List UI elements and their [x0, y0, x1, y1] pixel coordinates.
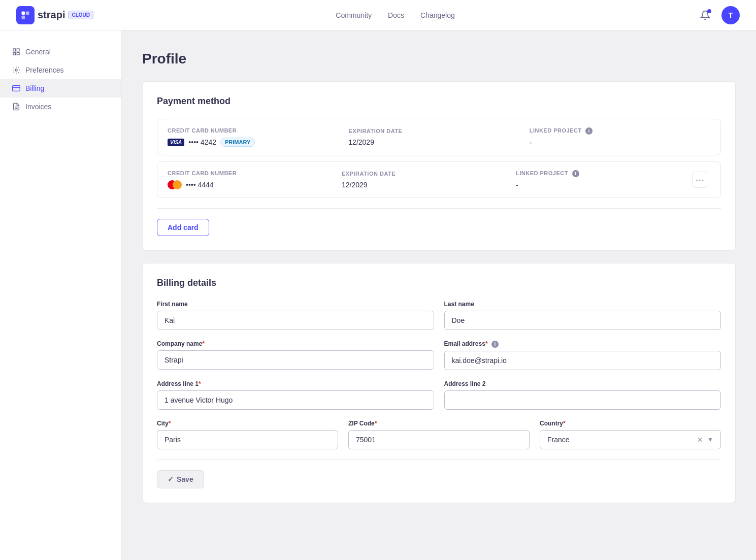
linked-project-info-icon: i: [585, 127, 593, 135]
svg-rect-0: [22, 11, 25, 15]
card2-project-label: LINKED PROJECT i: [516, 170, 690, 177]
first-name-group: First name: [157, 301, 434, 330]
email-group: Email address* i: [444, 340, 721, 370]
logo-icon: [16, 6, 35, 24]
card1-number-value: VISA •••• 4242 PRIMARY: [168, 138, 348, 147]
logo-text: strapi: [38, 9, 65, 21]
zip-input[interactable]: [348, 430, 530, 449]
sidebar-item-billing-label: Billing: [25, 84, 44, 92]
city-label: City*: [157, 420, 338, 427]
card2-number-col: CREDIT CARD NUMBER •••• 4444: [168, 170, 342, 189]
email-label: Email address* i: [444, 340, 721, 348]
city-input[interactable]: [157, 430, 338, 449]
payment-card-row-1: CREDIT CARD NUMBER VISA •••• 4242 PRIMAR…: [157, 119, 721, 155]
address2-group: Address line 2: [444, 380, 721, 410]
main-content: Profile Payment method CREDIT CARD NUMBE…: [122, 30, 756, 560]
payment-method-card: Payment method CREDIT CARD NUMBER VISA •…: [142, 81, 736, 251]
country-group: Country* France ✕ ▼: [540, 420, 721, 449]
country-value: France: [547, 436, 570, 444]
sidebar-item-invoices[interactable]: Invoices: [0, 97, 121, 116]
card1-project-col: LINKED PROJECT i -: [530, 127, 710, 147]
address-bottom-row: City* ZIP Code* Country*: [157, 420, 721, 449]
card1-expiry-value: 12/2029: [348, 138, 529, 146]
country-select[interactable]: France ✕ ▼: [540, 430, 721, 449]
cloud-badge: CLOUD: [68, 11, 93, 19]
nav-docs[interactable]: Docs: [388, 11, 404, 19]
card2-project-col: LINKED PROJECT i -: [516, 170, 690, 189]
notification-dot: [707, 9, 711, 13]
address2-label: Address line 2: [444, 380, 721, 387]
card1-project-label: LINKED PROJECT i: [530, 127, 710, 135]
grid-icon: [12, 48, 20, 56]
address2-input[interactable]: [444, 390, 721, 410]
card1-expiry-label: EXPIRATION DATE: [348, 128, 529, 134]
sidebar-item-billing[interactable]: Billing: [0, 79, 121, 97]
address1-label: Address line 1*: [157, 380, 434, 387]
svg-rect-1: [26, 11, 29, 15]
card2-expiry-label: EXPIRATION DATE: [342, 171, 516, 177]
city-group: City*: [157, 420, 338, 449]
chevron-down-icon: ▼: [707, 436, 713, 443]
country-label: Country*: [540, 420, 721, 427]
company-name-group: Company name*: [157, 340, 434, 370]
email-input[interactable]: [444, 351, 721, 370]
card2-number: •••• 4444: [186, 181, 214, 189]
billing-form-grid: First name Last name Company name*: [157, 301, 721, 410]
save-button[interactable]: ✓ Save: [157, 470, 204, 488]
card1-project-value: -: [530, 139, 710, 147]
payment-card-row-2: CREDIT CARD NUMBER •••• 4444 EXPIRATION …: [157, 161, 721, 198]
card2-project-value: -: [516, 181, 690, 189]
card1-number-col: CREDIT CARD NUMBER VISA •••• 4242 PRIMAR…: [168, 127, 348, 147]
visa-logo: VISA: [168, 139, 184, 146]
page-layout: General Preferences Billing: [0, 30, 756, 560]
payment-divider: [157, 208, 721, 209]
avatar[interactable]: T: [721, 6, 740, 24]
payment-method-title: Payment method: [157, 96, 721, 107]
billing-icon: [12, 84, 20, 92]
country-clear-icon[interactable]: ✕: [697, 436, 703, 444]
card1-number-label: CREDIT CARD NUMBER: [168, 127, 348, 134]
sidebar: General Preferences Billing: [0, 30, 122, 560]
company-name-input[interactable]: [157, 350, 434, 370]
card2-menu-button[interactable]: ···: [692, 172, 708, 188]
billing-details-card: Billing details First name Last name Com…: [142, 263, 736, 503]
topbar-right: T: [697, 6, 740, 24]
add-card-button[interactable]: Add card: [157, 219, 209, 236]
card2-action-col: ···: [690, 172, 710, 188]
svg-rect-4: [17, 49, 19, 51]
linked-project-info-icon-2: i: [572, 170, 579, 177]
address1-input[interactable]: [157, 390, 434, 410]
svg-rect-8: [13, 86, 20, 91]
nav-changelog[interactable]: Changelog: [420, 11, 455, 19]
page-title: Profile: [142, 51, 736, 67]
billing-divider: [157, 459, 721, 460]
sidebar-item-general[interactable]: General: [0, 43, 121, 61]
svg-point-7: [15, 69, 17, 71]
svg-rect-5: [13, 52, 16, 55]
card2-expiry-value: 12/2029: [342, 181, 516, 189]
svg-rect-2: [22, 15, 25, 19]
svg-rect-6: [17, 52, 19, 55]
address1-group: Address line 1*: [157, 380, 434, 410]
last-name-input[interactable]: [444, 311, 721, 330]
card2-expiry-col: EXPIRATION DATE 12/2029: [342, 171, 516, 189]
top-nav: Community Docs Changelog: [336, 11, 454, 19]
invoices-icon: [12, 103, 20, 111]
sidebar-item-general-label: General: [25, 48, 51, 56]
topbar: strapi CLOUD Community Docs Changelog T: [0, 0, 756, 30]
zip-group: ZIP Code*: [348, 420, 530, 449]
nav-community[interactable]: Community: [336, 11, 372, 19]
save-check-icon: ✓: [168, 475, 174, 483]
email-info-icon: i: [491, 341, 499, 348]
last-name-group: Last name: [444, 301, 721, 330]
card2-number-label: CREDIT CARD NUMBER: [168, 170, 342, 176]
card1-expiry-col: EXPIRATION DATE 12/2029: [348, 128, 529, 146]
sidebar-item-preferences[interactable]: Preferences: [0, 61, 121, 79]
mastercard-logo: [168, 180, 182, 189]
primary-badge: PRIMARY: [220, 138, 255, 147]
svg-rect-3: [13, 49, 16, 51]
notifications-bell[interactable]: [697, 7, 713, 23]
first-name-label: First name: [157, 301, 434, 308]
first-name-input[interactable]: [157, 311, 434, 330]
company-name-label: Company name*: [157, 340, 434, 347]
